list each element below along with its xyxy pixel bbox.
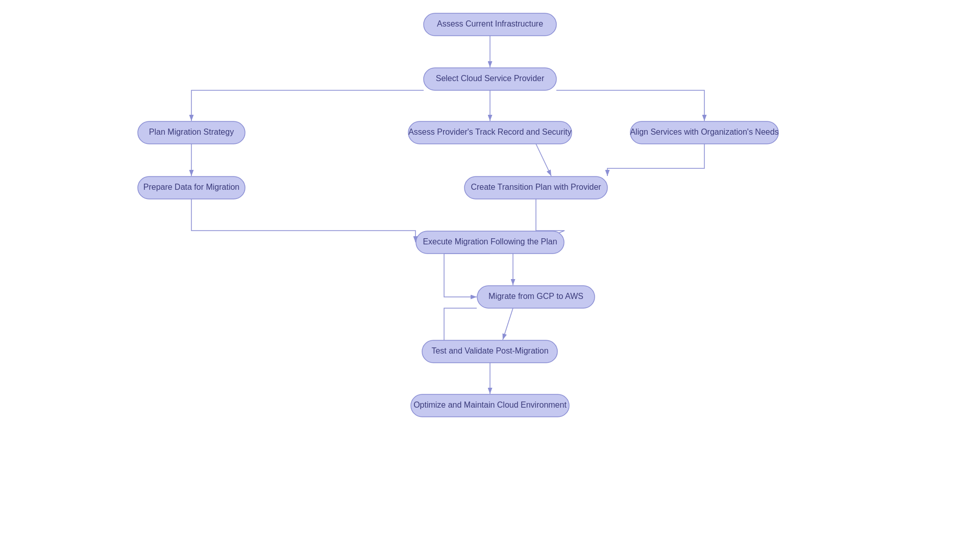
svg-line-4 [536, 144, 551, 176]
label-test: Test and Validate Post-Migration [431, 346, 548, 355]
label-plan: Plan Migration Strategy [149, 128, 234, 136]
svg-line-6 [503, 308, 513, 340]
label-optimize: Optimize and Maintain Cloud Environment [413, 400, 567, 409]
label-create-transition: Create Transition Plan with Provider [471, 183, 601, 191]
label-assess: Assess Current Infrastructure [437, 19, 543, 28]
label-execute: Execute Migration Following the Plan [423, 237, 557, 246]
label-migrate: Migrate from GCP to AWS [488, 292, 583, 300]
label-assess-provider: Assess Provider's Track Record and Secur… [408, 128, 572, 136]
label-align: Align Services with Organization's Needs [630, 128, 778, 136]
label-select: Select Cloud Service Provider [436, 74, 545, 83]
label-prepare: Prepare Data for Migration [143, 183, 240, 191]
